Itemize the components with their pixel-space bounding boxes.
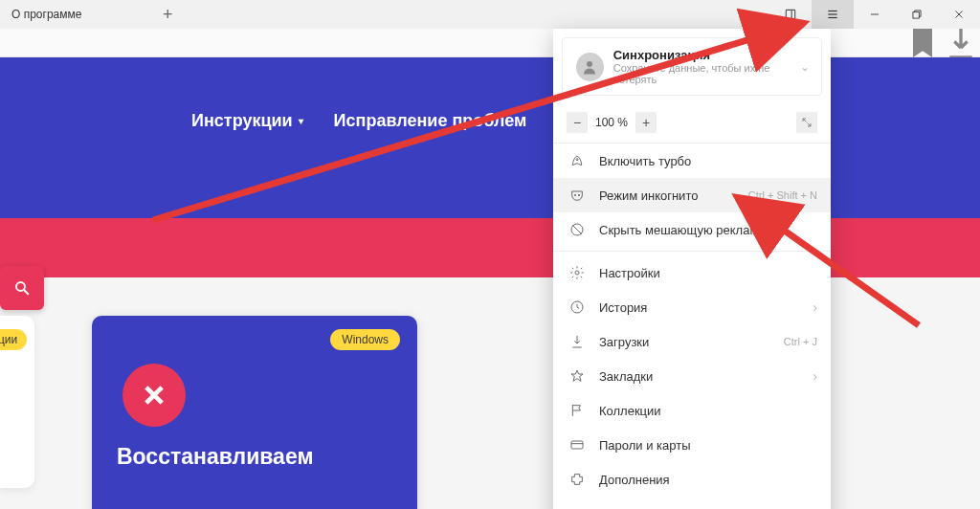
downloads-icon[interactable] bbox=[942, 29, 980, 57]
shortcut: Ctrl + Shift + N bbox=[748, 189, 817, 201]
svg-rect-0 bbox=[786, 10, 794, 18]
chevron-right-icon: › bbox=[813, 368, 817, 384]
more-icon bbox=[568, 505, 586, 509]
sidebar-toggle-icon[interactable] bbox=[769, 0, 812, 29]
hero-section: Инструкции ▾ Исправление проблем bbox=[0, 57, 980, 218]
shortcut: Ctrl + J bbox=[784, 336, 817, 347]
menu-label: Скрыть мешающую рекламу bbox=[599, 223, 765, 237]
zoom-out-button[interactable]: − bbox=[567, 112, 588, 133]
svg-point-13 bbox=[587, 61, 592, 67]
rocket-icon bbox=[568, 152, 586, 169]
menu-extensions[interactable]: Дополнения bbox=[553, 462, 831, 497]
chevron-down-icon: ⌄ bbox=[800, 60, 810, 74]
card-icon bbox=[568, 436, 586, 454]
nav-instructions[interactable]: Инструкции ▾ bbox=[191, 111, 303, 131]
svg-point-19 bbox=[575, 271, 579, 275]
error-icon bbox=[122, 364, 186, 427]
nav-instructions-label: Инструкции bbox=[191, 111, 293, 131]
menu-label: Закладки bbox=[599, 369, 653, 384]
cards-row: ции Windows Восстанавливаем bbox=[0, 277, 980, 509]
new-tab-button[interactable]: + bbox=[163, 5, 173, 25]
zoom-value: 100 % bbox=[595, 116, 628, 129]
menu-label: Пароли и карты bbox=[599, 438, 691, 453]
menu-collections[interactable]: Коллекции bbox=[553, 393, 831, 428]
main-menu: Синхронизация Сохраните данные, чтобы их… bbox=[553, 29, 831, 509]
svg-point-14 bbox=[576, 159, 578, 161]
svg-point-15 bbox=[574, 194, 575, 195]
sync-subtitle: Сохраните данные, чтобы их не потерять bbox=[613, 62, 808, 85]
clock-icon bbox=[568, 299, 586, 316]
svg-rect-21 bbox=[571, 441, 583, 449]
menu-incognito[interactable]: Режим инкогнито Ctrl + Shift + N bbox=[553, 178, 831, 212]
card-badge: ции bbox=[0, 329, 27, 350]
menu-label: Коллекции bbox=[599, 404, 661, 418]
card-title: Восстанавливаем bbox=[117, 444, 398, 470]
puzzle-icon bbox=[568, 471, 586, 488]
bookmark-icon[interactable] bbox=[903, 29, 942, 57]
menu-bookmarks[interactable]: Закладки › bbox=[553, 359, 831, 393]
sync-title: Синхронизация bbox=[613, 48, 808, 62]
site-nav: Инструкции ▾ Исправление проблем bbox=[191, 111, 526, 131]
flag-icon bbox=[568, 402, 586, 419]
menu-label: Загрузки bbox=[599, 335, 649, 349]
menu-turbo[interactable]: Включить турбо bbox=[553, 144, 831, 178]
download-icon bbox=[568, 333, 586, 350]
avatar-icon bbox=[576, 53, 604, 81]
zoom-controls: − 100 % + bbox=[553, 104, 831, 144]
gear-icon bbox=[568, 264, 586, 281]
menu-label: Дополнения bbox=[599, 473, 670, 487]
mask-icon bbox=[568, 187, 586, 204]
titlebar: О программе + bbox=[0, 0, 980, 29]
card-partial[interactable]: ции bbox=[0, 316, 34, 488]
svg-point-9 bbox=[16, 282, 25, 291]
menu-label: История bbox=[599, 300, 647, 315]
nav-troubleshoot[interactable]: Исправление проблем bbox=[334, 111, 527, 131]
window-minimize-button[interactable] bbox=[854, 0, 896, 29]
menu-separator bbox=[553, 251, 831, 252]
svg-line-18 bbox=[572, 225, 581, 233]
search-button[interactable] bbox=[0, 266, 44, 310]
menu-label: Режим инкогнито bbox=[599, 188, 698, 203]
address-bar bbox=[0, 29, 980, 57]
card-badge-windows: Windows bbox=[330, 329, 400, 350]
fullscreen-button[interactable] bbox=[796, 112, 817, 133]
zoom-in-button[interactable]: + bbox=[635, 112, 657, 133]
star-icon bbox=[568, 367, 586, 385]
menu-history[interactable]: История › bbox=[553, 290, 831, 324]
nav-troubleshoot-label: Исправление проблем bbox=[334, 111, 527, 131]
menu-hide-ads[interactable]: Скрыть мешающую рекламу bbox=[553, 212, 831, 247]
menu-label: Настройки bbox=[599, 266, 660, 280]
no-ads-icon bbox=[568, 221, 586, 238]
svg-point-16 bbox=[578, 194, 579, 195]
menu-downloads[interactable]: Загрузки Ctrl + J bbox=[553, 324, 831, 359]
main-menu-button[interactable] bbox=[812, 0, 854, 29]
red-stripe bbox=[0, 218, 980, 277]
chevron-right-icon: › bbox=[813, 299, 817, 315]
menu-settings[interactable]: Настройки bbox=[553, 255, 831, 290]
card-main[interactable]: Windows Восстанавливаем bbox=[92, 316, 417, 509]
menu-more[interactable]: Дополнительно › bbox=[553, 497, 831, 509]
svg-rect-6 bbox=[913, 12, 919, 18]
sync-section[interactable]: Синхронизация Сохраните данные, чтобы их… bbox=[562, 37, 822, 96]
svg-line-10 bbox=[24, 290, 29, 295]
chevron-down-icon: ▾ bbox=[299, 116, 303, 126]
page-content: Инструкции ▾ Исправление проблем ции Win… bbox=[0, 57, 980, 509]
menu-passwords[interactable]: Пароли и карты bbox=[553, 428, 831, 462]
menu-label: Включить турбо bbox=[599, 154, 691, 168]
tab-title[interactable]: О программе bbox=[0, 8, 81, 21]
